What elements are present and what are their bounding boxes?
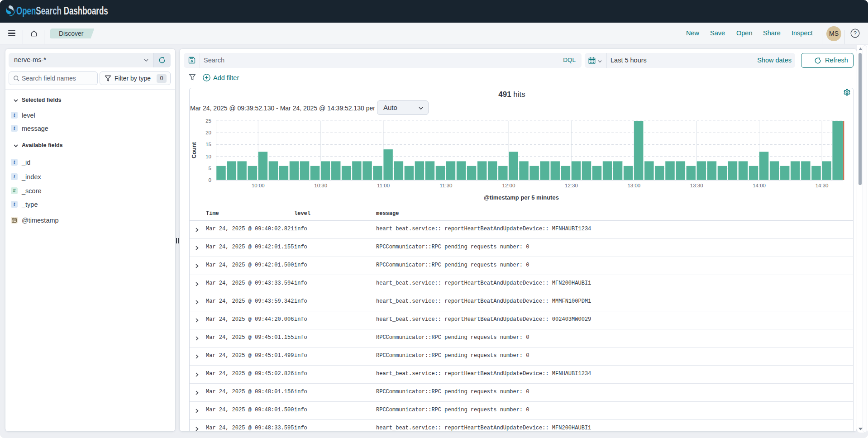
svg-text:10: 10 bbox=[205, 154, 211, 159]
svg-text:13:30: 13:30 bbox=[690, 183, 703, 188]
svg-text:12:00: 12:00 bbox=[502, 183, 515, 188]
svg-text:15: 15 bbox=[205, 142, 211, 147]
svg-text:5: 5 bbox=[209, 166, 211, 171]
svg-text:14:30: 14:30 bbox=[816, 183, 829, 188]
svg-text:12:30: 12:30 bbox=[565, 183, 578, 188]
svg-text:11:30: 11:30 bbox=[440, 183, 453, 188]
svg-text:10:30: 10:30 bbox=[314, 183, 327, 188]
svg-text:20: 20 bbox=[205, 130, 211, 135]
svg-text:13:00: 13:00 bbox=[627, 183, 640, 188]
svg-text:11:00: 11:00 bbox=[377, 183, 390, 188]
svg-text:0: 0 bbox=[209, 177, 211, 183]
svg-text:25: 25 bbox=[205, 118, 211, 124]
svg-text:10:00: 10:00 bbox=[252, 183, 265, 188]
svg-text:14:00: 14:00 bbox=[753, 183, 766, 188]
svg-text:Count: Count bbox=[191, 142, 197, 158]
svg-text:?: ? bbox=[854, 30, 857, 37]
